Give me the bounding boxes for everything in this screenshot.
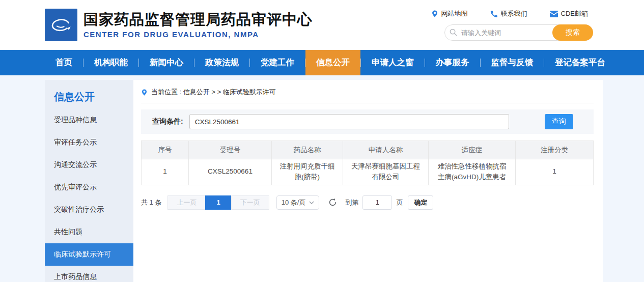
- goto-confirm-button[interactable]: 确定: [408, 195, 433, 210]
- table-cell: CXSL2500661: [189, 159, 272, 185]
- mailbox-link[interactable]: CDE邮箱: [550, 9, 588, 18]
- table-column-header: 注册分类: [516, 141, 594, 159]
- chevron-down-icon: [309, 201, 314, 204]
- page-size-value: 10 条/页: [282, 198, 306, 207]
- site-search-button[interactable]: 搜索: [552, 24, 593, 41]
- table-cell: 注射用间充质干细胞(脐带): [271, 159, 343, 185]
- table-cell: 难治性急性移植物抗宿主病(aGvHD)儿童患者: [428, 159, 515, 185]
- page-1-button[interactable]: 1: [205, 195, 231, 210]
- table-column-header: 申请人名称: [343, 141, 429, 159]
- main-panel: 当前位置 : 信息公开 > > 临床试验默示许可 查询条件: 查询 序号受理号药…: [133, 80, 603, 282]
- brand-text: 国家药品监督管理局药品审评中心 CENTER FOR DRUG EVALUATI…: [83, 11, 313, 39]
- location-pin-icon: [431, 10, 438, 18]
- sidebar-title: 信息公开: [45, 80, 133, 109]
- table-column-header: 适应症: [428, 141, 515, 159]
- cde-logo-swirl-icon: [48, 12, 74, 38]
- nav-item[interactable]: 首页: [45, 50, 83, 75]
- header-right: 网站地图 联系我们 CDE邮箱 搜索: [431, 9, 593, 41]
- page-size-select[interactable]: 10 条/页: [276, 195, 320, 210]
- content-wrap: 信息公开 受理品种信息审评任务公示沟通交流公示优先审评公示突破性治疗公示共性问题…: [45, 80, 603, 282]
- refresh-button[interactable]: [328, 198, 337, 207]
- mail-icon: [550, 11, 558, 17]
- sidebar-item[interactable]: 审评任务公示: [45, 131, 133, 154]
- contact-link-label: 联系我们: [501, 9, 527, 18]
- main-nav: 首页机构职能新闻中心政策法规党建工作信息公开申请人之窗办事服务监督与反馈登记备案…: [0, 50, 644, 75]
- sidebar-item[interactable]: 沟通交流公示: [45, 154, 133, 176]
- sidebar-item[interactable]: 突破性治疗公示: [45, 199, 133, 221]
- sidebar-item[interactable]: 共性问题: [45, 221, 133, 243]
- table-row: 1CXSL2500661注射用间充质干细胞(脐带)天津昂赛细胞基因工程有限公司难…: [142, 159, 594, 185]
- goto-page-suffix: 页: [396, 198, 403, 207]
- nav-item[interactable]: 政策法规: [194, 50, 249, 75]
- sidebar-item[interactable]: 上市药品信息: [45, 266, 133, 282]
- site-search: 搜索: [444, 24, 593, 41]
- pagination-group: 上一页 1 下一页: [167, 195, 269, 210]
- sidebar-item[interactable]: 优先审评公示: [45, 176, 133, 199]
- query-button[interactable]: 查询: [545, 114, 573, 129]
- breadcrumb: 当前位置 : 信息公开 > > 临床试验默示许可: [141, 88, 594, 103]
- site-title: 国家药品监督管理局药品审评中心: [83, 11, 313, 28]
- cde-logo: [45, 9, 77, 41]
- prev-page-button[interactable]: 上一页: [167, 195, 206, 210]
- table-column-header: 序号: [142, 141, 189, 159]
- nav-item[interactable]: 登记备案平台: [544, 50, 616, 75]
- sitemap-link-label: 网站地图: [441, 9, 468, 18]
- sidebar-items: 受理品种信息审评任务公示沟通交流公示优先审评公示突破性治疗公示共性问题临床试验默…: [45, 109, 133, 282]
- pagination: 共 1 条 上一页 1 下一页 10 条/页 到第 页 确定: [141, 195, 594, 210]
- table-cell: 天津昂赛细胞基因工程有限公司: [343, 159, 429, 185]
- nav-item[interactable]: 办事服务: [425, 50, 480, 75]
- sidebar: 信息公开 受理品种信息审评任务公示沟通交流公示优先审评公示突破性治疗公示共性问题…: [45, 80, 133, 282]
- nav-item[interactable]: 申请人之窗: [361, 50, 425, 75]
- table-cell: 1: [142, 159, 189, 185]
- sidebar-item[interactable]: 受理品种信息: [45, 109, 133, 131]
- goto-page-label: 到第: [345, 198, 358, 207]
- breadcrumb-pin-icon: [141, 89, 148, 96]
- nav-item[interactable]: 党建工作: [250, 50, 305, 75]
- results-table: 序号受理号药品名称申请人名称适应症注册分类 1CXSL2500661注射用间充质…: [141, 140, 594, 185]
- site-brand: 国家药品监督管理局药品审评中心 CENTER FOR DRUG EVALUATI…: [45, 9, 313, 41]
- breadcrumb-text: 当前位置 : 信息公开 > > 临床试验默示许可: [151, 88, 276, 97]
- refresh-icon: [328, 198, 337, 207]
- search-icon: [450, 29, 457, 36]
- sidebar-item[interactable]: 临床试验默示许可: [45, 243, 133, 266]
- results-table-header: 序号受理号药品名称申请人名称适应症注册分类: [142, 141, 594, 159]
- top-links: 网站地图 联系我们 CDE邮箱: [431, 9, 593, 18]
- phone-icon: [490, 10, 498, 18]
- contact-link[interactable]: 联系我们: [490, 9, 527, 18]
- sitemap-link[interactable]: 网站地图: [431, 9, 468, 18]
- nav-item[interactable]: 新闻中心: [139, 50, 194, 75]
- nav-item[interactable]: 机构职能: [83, 50, 138, 75]
- table-column-header: 药品名称: [271, 141, 343, 159]
- query-panel: 查询条件: 查询: [141, 109, 594, 134]
- nav-item[interactable]: 信息公开: [305, 50, 360, 75]
- nav-item[interactable]: 监督与反馈: [481, 50, 544, 75]
- query-input[interactable]: [189, 114, 509, 129]
- query-label: 查询条件:: [152, 117, 183, 126]
- pagination-total: 共 1 条: [141, 198, 161, 207]
- goto-page-input[interactable]: [362, 195, 392, 210]
- table-column-header: 受理号: [189, 141, 272, 159]
- table-cell: 1: [516, 159, 594, 185]
- site-subtitle: CENTER FOR DRUG EVALUATION, NMPA: [83, 30, 313, 39]
- mailbox-link-label: CDE邮箱: [561, 9, 588, 18]
- next-page-button[interactable]: 下一页: [231, 195, 269, 210]
- site-header: 国家药品监督管理局药品审评中心 CENTER FOR DRUG EVALUATI…: [0, 0, 644, 50]
